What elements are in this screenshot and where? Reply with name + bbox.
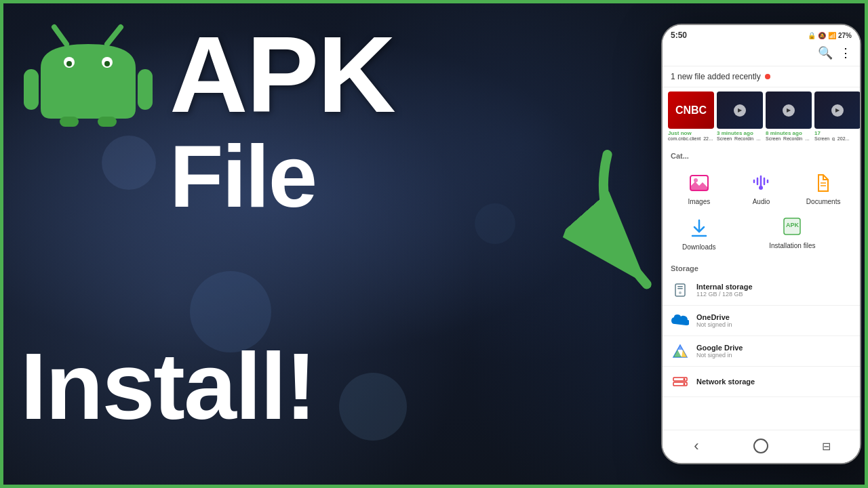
- home-button[interactable]: [753, 439, 768, 453]
- svg-point-26: [684, 383, 686, 385]
- onedrive-detail: Not signed in: [696, 321, 852, 328]
- svg-rect-9: [98, 117, 117, 127]
- category-installation-files[interactable]: APK Installation files: [766, 211, 818, 256]
- title-file: File: [170, 132, 316, 220]
- file-thumb-rec2[interactable]: ▶ 8 minutes ago Screen_Recordin_g_202202…: [766, 92, 812, 142]
- storage-item-network[interactable]: Network storage: [663, 367, 860, 397]
- storage-section: Storage Internal storage 112 GB / 128 GB: [663, 259, 860, 430]
- status-icons: 🔒 🔕 📶 27%: [808, 32, 852, 39]
- internal-storage-detail: 112 GB / 128 GB: [696, 291, 852, 298]
- status-time: 5:50: [671, 30, 687, 40]
- audio-icon: [749, 171, 773, 195]
- search-icon[interactable]: 🔍: [818, 45, 833, 60]
- svg-rect-7: [138, 69, 153, 110]
- thumb-rec2: ▶: [766, 92, 812, 129]
- title-apk: APK: [170, 20, 395, 129]
- file-name-1: com.cnbc.client_22-1-4726_...: [668, 136, 714, 141]
- category-audio[interactable]: Audio: [730, 165, 793, 211]
- file-time-4: 17: [814, 130, 860, 136]
- thumb-cnbc: CNBC: [668, 92, 714, 129]
- svg-rect-8: [60, 117, 79, 127]
- title-install: Install!: [20, 339, 315, 434]
- file-thumb-rec3[interactable]: ▶ 17 Screen_g_202...: [814, 92, 860, 142]
- network-storage-info: Network storage: [696, 378, 852, 386]
- installation-icon-wrap: APK: [782, 216, 802, 239]
- status-bar: 5:50 🔒 🔕 📶 27%: [663, 25, 860, 43]
- audio-label: Audio: [753, 198, 770, 205]
- file-time-2: 3 minutes ago: [717, 130, 763, 136]
- internal-storage-name: Internal storage: [696, 283, 852, 291]
- android-logo: [20, 14, 156, 129]
- file-time-3: 8 minutes ago: [766, 130, 812, 136]
- installation-files-label: Installation files: [769, 242, 815, 249]
- file-time-1: Just now: [668, 130, 714, 136]
- svg-point-4: [66, 61, 72, 66]
- signal-icon: 📶: [828, 32, 836, 39]
- battery-text: 27%: [838, 32, 852, 39]
- recent-files-row: CNBC Just now com.cnbc.client_22-1-4726_…: [663, 87, 860, 146]
- documents-icon: [811, 171, 835, 195]
- toolbar: 🔍 ⋮: [663, 43, 860, 66]
- file-name-2: Screen_Recordin_g_20220209-17...: [717, 136, 763, 141]
- more-icon[interactable]: ⋮: [840, 45, 852, 60]
- svg-line-0: [54, 27, 66, 44]
- network-storage-name: Network storage: [696, 378, 852, 386]
- documents-label: Documents: [806, 198, 841, 205]
- svg-rect-6: [24, 69, 39, 110]
- file-thumb-cnbc[interactable]: CNBC Just now com.cnbc.client_22-1-4726_…: [668, 92, 714, 142]
- gdrive-detail: Not signed in: [696, 352, 852, 359]
- storage-item-gdrive[interactable]: Google Drive Not signed in: [663, 336, 860, 367]
- thumb-rec3: ▶: [814, 92, 860, 129]
- gdrive-info: Google Drive Not signed in: [696, 344, 852, 359]
- gdrive-icon: [671, 342, 690, 361]
- onedrive-name: OneDrive: [696, 313, 852, 321]
- notification-text: 1 new file added recently: [671, 72, 761, 81]
- svg-text:APK: APK: [786, 222, 800, 228]
- network-storage-icon: [671, 372, 690, 391]
- storage-item-internal[interactable]: Internal storage 112 GB / 128 GB: [663, 275, 860, 306]
- file-name-3: Screen_Recordin_g_20220209-17...: [766, 136, 812, 141]
- svg-line-1: [107, 27, 121, 44]
- lock-icon: 🔒: [808, 32, 816, 39]
- svg-point-13: [759, 186, 763, 190]
- back-button[interactable]: ‹: [686, 436, 707, 456]
- gdrive-name: Google Drive: [696, 344, 852, 352]
- file-thumb-rec1[interactable]: ▶ 3 minutes ago Screen_Recordin_g_202202…: [717, 92, 763, 142]
- category-documents[interactable]: Documents: [792, 165, 854, 211]
- onedrive-info: OneDrive Not signed in: [696, 313, 852, 328]
- storage-item-onedrive[interactable]: OneDrive Not signed in: [663, 306, 860, 336]
- svg-point-25: [684, 378, 686, 380]
- file-name-4: Screen_g_202...: [814, 136, 860, 141]
- notification-banner: 1 new file added recently: [663, 66, 860, 87]
- svg-point-5: [104, 61, 110, 66]
- categories-label: Cat...: [663, 146, 860, 163]
- thumb-rec1: ▶: [717, 92, 763, 129]
- internal-storage-info: Internal storage 112 GB / 128 GB: [696, 283, 852, 298]
- recents-button[interactable]: ⊟: [816, 436, 836, 456]
- notification-dot: [765, 74, 770, 79]
- bottom-nav: ‹ ⊟: [663, 430, 860, 463]
- sound-icon: 🔕: [818, 32, 826, 39]
